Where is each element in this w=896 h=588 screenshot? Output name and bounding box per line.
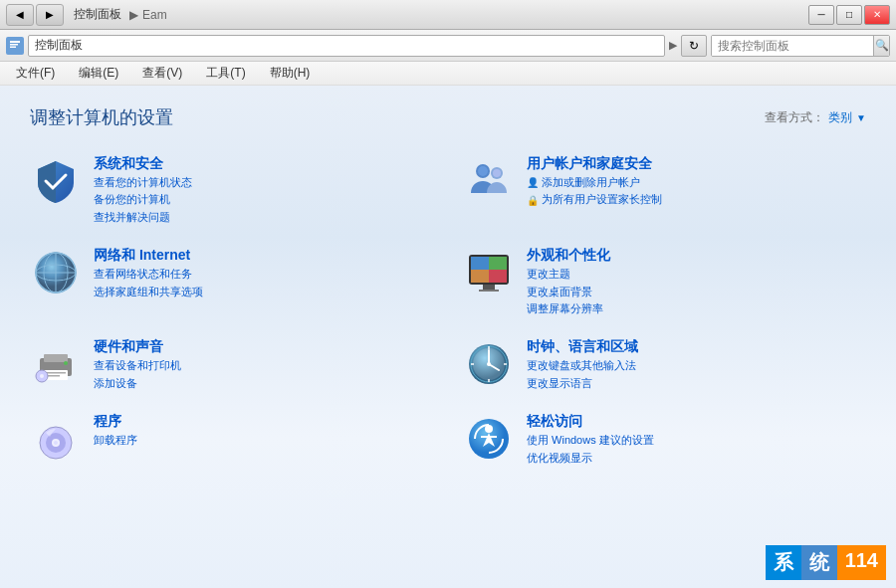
category-grid: 系统和安全 查看您的计算机状态 备份您的计算机 查找并解决问题 bbox=[30, 149, 866, 472]
appearance-link-0[interactable]: 更改主题 bbox=[527, 267, 610, 282]
category-accessibility[interactable]: 轻松访问 使用 Windows 建议的设置 优化视频显示 bbox=[463, 407, 866, 472]
svg-point-47 bbox=[54, 441, 58, 445]
title-bar-left: ◀ ▶ 控制面板 ▶ Eam bbox=[6, 4, 167, 26]
watermark-part1: 系 bbox=[766, 545, 801, 580]
address-bar: ▶ ↻ 🔍 bbox=[0, 30, 896, 62]
svg-rect-22 bbox=[471, 270, 489, 283]
title-bar-controls: ─ □ ✕ bbox=[808, 5, 890, 25]
forward-button[interactable]: ▶ bbox=[36, 4, 64, 26]
hardware-title[interactable]: 硬件和声音 bbox=[94, 338, 181, 356]
system-security-link-2[interactable]: 查找并解决问题 bbox=[94, 210, 192, 225]
appearance-icon bbox=[463, 247, 515, 298]
network-title[interactable]: 网络和 Internet bbox=[94, 247, 203, 265]
search-input[interactable] bbox=[712, 36, 873, 56]
programs-link-0[interactable]: 卸载程序 bbox=[94, 433, 137, 448]
hardware-link-1[interactable]: 添加设备 bbox=[94, 376, 181, 391]
accessibility-text: 轻松访问 使用 Windows 建议的设置 优化视频显示 bbox=[527, 413, 654, 466]
user-link-1-wrap: 🔒 为所有用户设置家长控制 bbox=[527, 192, 662, 207]
view-mode-value[interactable]: 类别 bbox=[828, 109, 852, 126]
menu-edit[interactable]: 编辑(E) bbox=[75, 63, 122, 84]
category-network[interactable]: 网络和 Internet 查看网络状态和任务 选择家庭组和共享选项 bbox=[30, 241, 433, 322]
title-bar: ◀ ▶ 控制面板 ▶ Eam ─ □ ✕ bbox=[0, 0, 896, 30]
svg-rect-21 bbox=[489, 257, 507, 270]
accessibility-title[interactable]: 轻松访问 bbox=[527, 413, 654, 431]
appearance-link-1[interactable]: 更改桌面背景 bbox=[527, 285, 610, 299]
search-button[interactable]: 🔍 bbox=[873, 36, 889, 56]
system-security-link-0[interactable]: 查看您的计算机状态 bbox=[94, 175, 192, 190]
maximize-button[interactable]: □ bbox=[836, 5, 862, 25]
svg-rect-23 bbox=[489, 270, 507, 283]
svg-rect-1 bbox=[10, 41, 20, 43]
menu-file[interactable]: 文件(F) bbox=[12, 63, 59, 84]
view-mode-label: 查看方式： bbox=[765, 109, 824, 126]
user-link-1-icon: 🔒 bbox=[527, 195, 539, 206]
svg-rect-2 bbox=[10, 44, 18, 46]
clock-link-0[interactable]: 更改键盘或其他输入法 bbox=[527, 358, 638, 373]
window-title: 控制面板 bbox=[74, 6, 121, 23]
network-link-0[interactable]: 查看网络状态和任务 bbox=[94, 267, 203, 282]
accessibility-link-0[interactable]: 使用 Windows 建议的设置 bbox=[527, 433, 654, 448]
page-title: 调整计算机的设置 bbox=[30, 105, 173, 129]
view-mode: 查看方式： 类别 ▼ bbox=[765, 109, 866, 126]
hardware-link-0[interactable]: 查看设备和打印机 bbox=[94, 358, 181, 373]
clock-icon bbox=[463, 338, 515, 390]
appearance-link-2[interactable]: 调整屏幕分辨率 bbox=[527, 301, 610, 316]
svg-rect-29 bbox=[46, 372, 66, 374]
minimize-button[interactable]: ─ bbox=[808, 5, 834, 25]
search-box: 🔍 bbox=[711, 35, 890, 57]
svg-rect-25 bbox=[479, 290, 499, 292]
user-accounts-link-1[interactable]: 为所有用户设置家长控制 bbox=[542, 192, 662, 207]
clock-title[interactable]: 时钟、语言和区域 bbox=[527, 338, 638, 356]
address-icon bbox=[6, 37, 24, 55]
svg-rect-3 bbox=[10, 46, 16, 48]
user-icon bbox=[463, 155, 515, 207]
category-hardware[interactable]: 硬件和声音 查看设备和打印机 添加设备 bbox=[30, 332, 433, 397]
category-clock[interactable]: 时钟、语言和区域 更改键盘或其他输入法 更改显示语言 bbox=[463, 332, 866, 397]
system-security-link-1[interactable]: 备份您的计算机 bbox=[94, 192, 192, 207]
clock-link-1[interactable]: 更改显示语言 bbox=[527, 376, 638, 391]
category-user-accounts[interactable]: 用户帐户和家庭安全 👤 添加或删除用户帐户 🔒 为所有用户设置家长控制 bbox=[463, 149, 866, 231]
svg-point-33 bbox=[40, 374, 44, 378]
watermark-part3: 114 bbox=[837, 545, 886, 580]
menu-help[interactable]: 帮助(H) bbox=[266, 63, 315, 84]
programs-title[interactable]: 程序 bbox=[94, 413, 137, 431]
accessibility-link-1[interactable]: 优化视频显示 bbox=[527, 451, 654, 466]
menu-bar: 文件(F) 编辑(E) 查看(V) 工具(T) 帮助(H) bbox=[0, 62, 896, 86]
nav-arrows: ◀ ▶ bbox=[6, 4, 64, 26]
svg-rect-27 bbox=[44, 354, 68, 362]
network-link-1[interactable]: 选择家庭组和共享选项 bbox=[94, 285, 203, 299]
menu-view[interactable]: 查看(V) bbox=[138, 63, 186, 84]
category-appearance[interactable]: 外观和个性化 更改主题 更改桌面背景 调整屏幕分辨率 bbox=[463, 241, 866, 322]
view-mode-arrow[interactable]: ▼ bbox=[856, 112, 866, 123]
appearance-title[interactable]: 外观和个性化 bbox=[527, 247, 610, 265]
menu-tools[interactable]: 工具(T) bbox=[202, 63, 249, 84]
svg-rect-20 bbox=[471, 257, 489, 270]
user-accounts-link-0[interactable]: 添加或删除用户帐户 bbox=[542, 175, 640, 190]
breadcrumb-separator: ▶ bbox=[129, 8, 138, 22]
back-button[interactable]: ◀ bbox=[6, 4, 34, 26]
user-link-0-wrap: 👤 添加或删除用户帐户 bbox=[527, 175, 662, 190]
category-programs[interactable]: 程序 卸载程序 bbox=[30, 407, 433, 472]
user-accounts-title[interactable]: 用户帐户和家庭安全 bbox=[527, 155, 662, 173]
watermark: 系 统 114 bbox=[766, 545, 886, 580]
svg-point-7 bbox=[493, 169, 501, 177]
main-content: 调整计算机的设置 查看方式： 类别 ▼ 系统和安全 查看您的计算机状态 备份您的… bbox=[0, 86, 896, 588]
shield-icon bbox=[30, 155, 82, 207]
hardware-icon bbox=[30, 338, 82, 390]
network-icon bbox=[30, 247, 82, 298]
breadcrumb: Eam bbox=[142, 8, 167, 22]
clock-text: 时钟、语言和区域 更改键盘或其他输入法 更改显示语言 bbox=[527, 338, 638, 391]
watermark-part2: 统 bbox=[801, 545, 837, 580]
address-input[interactable] bbox=[28, 35, 665, 57]
svg-rect-24 bbox=[483, 285, 495, 290]
system-security-title[interactable]: 系统和安全 bbox=[94, 155, 192, 173]
hardware-text: 硬件和声音 查看设备和打印机 添加设备 bbox=[94, 338, 181, 391]
network-text: 网络和 Internet 查看网络状态和任务 选择家庭组和共享选项 bbox=[94, 247, 203, 299]
system-security-text: 系统和安全 查看您的计算机状态 备份您的计算机 查找并解决问题 bbox=[94, 155, 192, 225]
close-button[interactable]: ✕ bbox=[864, 5, 890, 25]
user-link-0-icon: 👤 bbox=[527, 177, 539, 188]
category-system-security[interactable]: 系统和安全 查看您的计算机状态 备份您的计算机 查找并解决问题 bbox=[30, 149, 433, 231]
user-accounts-text: 用户帐户和家庭安全 👤 添加或删除用户帐户 🔒 为所有用户设置家长控制 bbox=[527, 155, 662, 208]
refresh-button[interactable]: ↻ bbox=[681, 35, 707, 57]
svg-point-31 bbox=[64, 361, 68, 365]
